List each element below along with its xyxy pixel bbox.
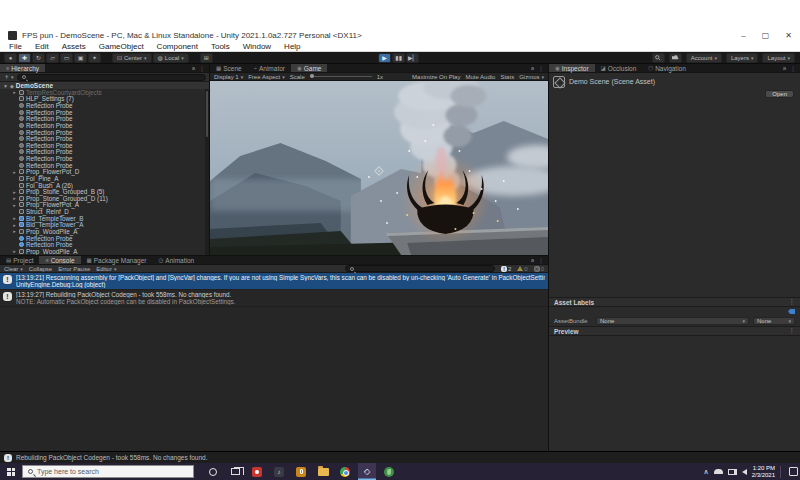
tab-animator[interactable]: ⌁Animator	[248, 64, 291, 72]
console-search-input[interactable]	[356, 266, 490, 272]
editor-status-bar[interactable]: ! Rebuilding PackObject Codegen - took 5…	[0, 451, 800, 463]
recording-app-taskbar-button[interactable]	[248, 463, 266, 480]
expand-arrow-icon[interactable]: ▸	[12, 89, 17, 95]
menu-file[interactable]: File	[9, 42, 22, 51]
game-viewport[interactable]	[210, 81, 548, 255]
tab-scene[interactable]: ▦Scene	[210, 64, 248, 72]
cortana-taskbar-button[interactable]	[204, 463, 222, 480]
maximize-button[interactable]: ▢	[762, 31, 770, 40]
lock-icon[interactable]: a	[531, 65, 534, 71]
scene-header-row[interactable]: ▼ ◆ DemoScene	[0, 82, 209, 89]
notification-center-icon[interactable]	[789, 467, 798, 476]
expand-arrow-icon[interactable]: ▸	[12, 169, 17, 175]
taskbar-search[interactable]: Type here to search	[22, 465, 194, 478]
maximize-on-play-toggle[interactable]: Maximize On Play	[412, 74, 460, 80]
kebab-menu-icon[interactable]: ⋮	[790, 65, 796, 72]
pivot-toggle-button[interactable]: ⊡Center▾	[112, 53, 152, 63]
clear-button[interactable]: Clear▾	[4, 266, 23, 272]
audio-app-taskbar-button[interactable]: ♪	[270, 463, 288, 480]
grid-snap-button[interactable]: ⊞	[200, 53, 213, 63]
tab-game[interactable]: ◉Game	[291, 64, 328, 72]
error-pause-toggle[interactable]: Error Pause	[58, 266, 90, 272]
tab-navigation[interactable]: ⬡Navigation	[642, 64, 692, 72]
gizmos-dropdown[interactable]: Gizmos▾	[519, 74, 544, 80]
menu-tools[interactable]: Tools	[211, 42, 230, 51]
tab-inspector[interactable]: ◉Inspector	[549, 64, 595, 72]
search-button[interactable]	[652, 53, 665, 63]
console-log-entry[interactable]: ![13:19:21] Rescanning assembly for [Pac…	[0, 273, 548, 290]
onedrive-cloud-icon[interactable]	[714, 469, 723, 474]
mute-audio-toggle[interactable]: Mute Audio	[465, 74, 495, 80]
warning-count-badge[interactable]: 0	[517, 266, 527, 272]
create-object-button[interactable]: ＋▾	[3, 72, 14, 82]
expand-arrow-icon[interactable]: ▸	[12, 195, 17, 201]
minimize-button[interactable]: –	[741, 31, 745, 40]
tab-occlusion[interactable]: ◪Occlusion	[595, 64, 643, 72]
rotate-tool-button[interactable]: ↻	[32, 53, 45, 63]
account-dropdown[interactable]: Account▾	[686, 53, 722, 63]
chevron-up-icon[interactable]: ∧	[704, 468, 709, 476]
menu-component[interactable]: Component	[157, 42, 198, 51]
kebab-menu-icon[interactable]: ⋮	[199, 65, 205, 72]
close-button[interactable]: ✕	[785, 31, 792, 40]
tab-console[interactable]: ≡Console	[39, 256, 80, 264]
expand-arrow-icon[interactable]: ▸	[12, 248, 17, 254]
expand-arrow-icon[interactable]: ▸	[12, 215, 17, 221]
taskbar-clock[interactable]: 1:20 PM 2/3/2021	[752, 465, 775, 479]
file-explorer-taskbar-button[interactable]	[314, 463, 332, 480]
editor-dropdown[interactable]: Editor▾	[96, 266, 116, 272]
console-search[interactable]	[345, 265, 495, 272]
tab-hierarchy[interactable]: ≡Hierarchy	[0, 64, 45, 72]
kebab-menu-icon[interactable]: ⋮	[538, 257, 544, 264]
assetbundle-dropdown[interactable]: None▾	[596, 317, 749, 325]
space-toggle-button[interactable]: ◍Local▾	[153, 53, 189, 63]
layers-dropdown[interactable]: Layers▾	[726, 53, 759, 63]
console-log-entry[interactable]: ![13:19:27] Rebuilding PackObject Codege…	[0, 290, 548, 307]
hierarchy-search[interactable]	[17, 74, 206, 81]
assetbundle-variant-dropdown[interactable]: None▾	[753, 317, 795, 325]
stats-toggle[interactable]: Stats	[500, 74, 514, 80]
move-tool-button[interactable]: ✚	[18, 53, 31, 63]
menu-gameobject[interactable]: GameObject	[99, 42, 144, 51]
step-button[interactable]: ▶▏	[406, 53, 419, 63]
lock-icon[interactable]: a	[783, 65, 786, 71]
rect-tool-button[interactable]: ▭	[60, 53, 73, 63]
label-tag-icon[interactable]	[788, 309, 795, 314]
expand-arrow-icon[interactable]: ▸	[12, 228, 17, 234]
kebab-menu-icon[interactable]: ⋮	[538, 65, 544, 72]
hierarchy-scrollbar[interactable]	[205, 89, 209, 255]
aspect-dropdown[interactable]: Free Aspect▾	[248, 74, 285, 80]
unity-taskbar-button[interactable]: ◇	[358, 463, 376, 480]
play-button[interactable]: ▶	[378, 53, 391, 63]
display-dropdown[interactable]: Display 1▾	[214, 74, 243, 80]
scale-slider[interactable]	[310, 76, 372, 77]
scale-tool-button[interactable]: ▱	[46, 53, 59, 63]
menu-assets[interactable]: Assets	[62, 42, 86, 51]
tab-package-manager[interactable]: ▦Package Manager	[81, 256, 153, 264]
view-tool-button[interactable]: ●	[4, 53, 17, 63]
start-button[interactable]	[0, 463, 22, 480]
custom-tool-button[interactable]: ✦	[88, 53, 101, 63]
lock-icon[interactable]: a	[531, 257, 534, 263]
menu-window[interactable]: Window	[243, 42, 271, 51]
expand-arrow-icon[interactable]: ▸	[12, 222, 17, 228]
green-app-taskbar-button[interactable]	[380, 463, 398, 480]
layout-dropdown[interactable]: Layout▾	[762, 53, 795, 63]
kebab-menu-icon[interactable]: ⋮	[789, 298, 796, 306]
menu-edit[interactable]: Edit	[35, 42, 49, 51]
chrome-taskbar-button[interactable]	[336, 463, 354, 480]
expand-arrow-icon[interactable]: ▸	[12, 202, 17, 208]
task-view-button[interactable]	[226, 463, 244, 480]
transform-tool-button[interactable]: ▣	[74, 53, 87, 63]
kebab-menu-icon[interactable]: ⋮	[789, 327, 796, 335]
cloud-services-button[interactable]	[669, 53, 682, 63]
expand-arrow-icon[interactable]: ▸	[12, 189, 17, 195]
tab-animation[interactable]: ◷Animation	[152, 256, 200, 264]
pause-button[interactable]: ▮▮	[392, 53, 405, 63]
menu-help[interactable]: Help	[284, 42, 300, 51]
hierarchy-search-input[interactable]	[28, 74, 201, 80]
collapse-toggle[interactable]: Collapse	[29, 266, 52, 272]
volume-icon[interactable]	[742, 469, 747, 475]
tab-project[interactable]: ▤Project	[0, 256, 39, 264]
error-count-badge[interactable]: ✕0	[534, 266, 544, 272]
